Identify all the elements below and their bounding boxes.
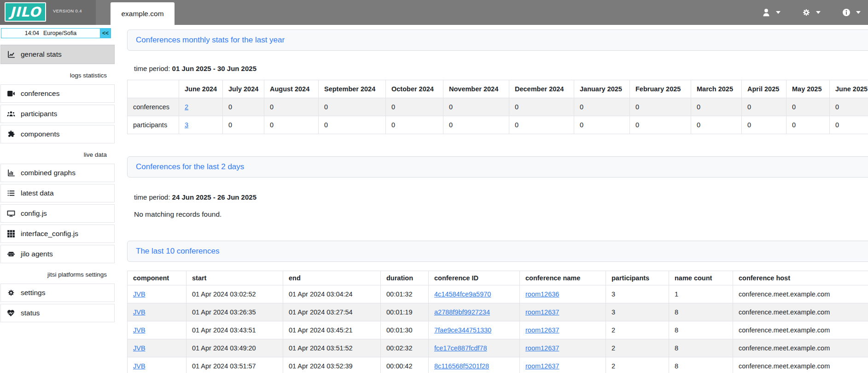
sidebar-item-combined-graphs[interactable]: combined graphs bbox=[0, 164, 115, 182]
month-column-header: June 2025 bbox=[830, 80, 868, 98]
conference-id-link[interactable]: 7fae9ce344751330 bbox=[434, 326, 491, 334]
user-icon bbox=[762, 8, 771, 17]
info-icon bbox=[842, 8, 851, 17]
main-content: Conferences monthly stats for the last y… bbox=[127, 25, 868, 373]
conference-host-cell: conference.meet.example.com bbox=[733, 303, 868, 321]
monthly-value-cell: 0 bbox=[443, 116, 509, 134]
sidebar-menu: general stats logs statistics conference… bbox=[0, 45, 122, 324]
component-link[interactable]: JVB bbox=[133, 290, 146, 298]
participants-count-link[interactable]: 3 bbox=[185, 121, 188, 129]
sidebar-item-label: latest data bbox=[21, 189, 54, 197]
table-row: JVB 01 Apr 2024 03:43:51 01 Apr 2024 03:… bbox=[128, 321, 868, 339]
conference-id-cell: fce17ce887fcdf78 bbox=[429, 339, 520, 357]
month-column-header: March 2025 bbox=[691, 80, 742, 98]
monthly-value-cell: 0 bbox=[386, 98, 443, 116]
clock-timezone: Europe/Sofia bbox=[43, 30, 76, 36]
clock-time: 14:04 bbox=[25, 30, 39, 36]
sidebar-item-components[interactable]: components bbox=[0, 125, 115, 143]
tab-example-com[interactable]: example.com bbox=[111, 2, 175, 25]
monthly-value-cell: 0 bbox=[742, 116, 786, 134]
component-cell: JVB bbox=[128, 339, 186, 357]
conference-id-link[interactable]: 4c14584fce9a5970 bbox=[434, 290, 491, 298]
monthly-value-cell: 0 bbox=[319, 98, 386, 116]
component-cell: JVB bbox=[128, 303, 186, 321]
component-cell: JVB bbox=[128, 321, 186, 339]
card-last-2-days-header: Conferences for the last 2 days bbox=[127, 156, 868, 178]
conference-name-link[interactable]: room12637 bbox=[525, 344, 559, 352]
component-link[interactable]: JVB bbox=[133, 326, 146, 334]
conference-host-cell: conference.meet.example.com bbox=[733, 339, 868, 357]
participants-cell: 2 bbox=[606, 339, 669, 357]
sidebar-item-label: settings bbox=[21, 289, 45, 297]
monthly-stats-title-link[interactable]: Conferences monthly stats for the last y… bbox=[136, 36, 285, 45]
monthly-value-cell: 0 bbox=[830, 116, 868, 134]
component-link[interactable]: JVB bbox=[133, 308, 146, 316]
jilo-logo[interactable]: JILO bbox=[5, 2, 46, 22]
conference-id-link[interactable]: 8c116568f5201f28 bbox=[434, 362, 489, 370]
last-2-days-title-link[interactable]: Conferences for the last 2 days bbox=[136, 162, 244, 172]
sidebar-item-status[interactable]: status bbox=[0, 304, 115, 322]
table-row: JVB 01 Apr 2024 03:49:20 01 Apr 2024 03:… bbox=[128, 339, 868, 357]
monthly-value-cell: 0 bbox=[786, 116, 830, 134]
user-menu[interactable] bbox=[762, 8, 781, 17]
gear-icon bbox=[802, 8, 811, 17]
month-column-header: February 2025 bbox=[630, 80, 691, 98]
sidebar-item-participants[interactable]: participants bbox=[0, 105, 115, 123]
name-count-cell: 1 bbox=[669, 285, 733, 303]
sidebar-item-conferences[interactable]: conferences bbox=[0, 84, 115, 103]
last-10-conferences-title-link[interactable]: The last 10 conferences bbox=[136, 247, 219, 256]
info-menu[interactable] bbox=[842, 8, 861, 17]
conference-name-cell: room12637 bbox=[520, 303, 606, 321]
settings-menu[interactable] bbox=[802, 8, 821, 17]
duration-cell: 00:01:19 bbox=[381, 303, 429, 321]
participants-cell: 3 bbox=[606, 303, 669, 321]
component-link[interactable]: JVB bbox=[133, 344, 146, 352]
monthly-value-cell: 2 bbox=[179, 98, 223, 116]
last10-column-header: duration bbox=[381, 271, 429, 285]
monthly-value-cell: 0 bbox=[443, 98, 509, 116]
conference-name-link[interactable]: room12637 bbox=[525, 326, 559, 334]
section-label-live-data: live data bbox=[0, 145, 114, 164]
end-cell: 01 Apr 2024 03:52:39 bbox=[283, 357, 381, 373]
monthly-value-cell: 0 bbox=[691, 98, 742, 116]
collapse-sidebar-button[interactable]: << bbox=[100, 28, 111, 38]
list-icon bbox=[7, 189, 15, 197]
sidebar-item-label: status bbox=[21, 309, 40, 317]
sidebar-item-label: combined graphs bbox=[21, 169, 76, 177]
conference-name-link[interactable]: room12636 bbox=[525, 290, 559, 298]
card-last-10-conferences-header: The last 10 conferences bbox=[127, 241, 868, 262]
conference-name-link[interactable]: room12637 bbox=[525, 362, 559, 370]
sidebar-item-general-stats[interactable]: general stats bbox=[0, 45, 115, 64]
conference-id-link[interactable]: a2788f9bf9927234 bbox=[434, 308, 490, 316]
monthly-value-cell: 0 bbox=[264, 98, 319, 116]
last10-column-header: conference ID bbox=[429, 271, 520, 285]
sidebar-item-jilo-agents[interactable]: jilo agents bbox=[0, 245, 115, 263]
sidebar-item-label: conferences bbox=[21, 89, 59, 98]
start-cell: 01 Apr 2024 03:51:57 bbox=[186, 357, 283, 373]
monthly-value-cell: 0 bbox=[509, 116, 574, 134]
component-link[interactable]: JVB bbox=[133, 362, 146, 370]
end-cell: 01 Apr 2024 03:27:54 bbox=[283, 303, 381, 321]
conference-id-cell: a2788f9bf9927234 bbox=[429, 303, 520, 321]
monthly-value-cell: 0 bbox=[630, 98, 691, 116]
monthly-value-cell: 0 bbox=[223, 98, 264, 116]
last10-column-header: participants bbox=[606, 271, 669, 285]
name-count-cell: 8 bbox=[669, 339, 733, 357]
conferences-count-link[interactable]: 2 bbox=[185, 103, 188, 111]
monthly-header-row: June 2024July 2024August 2024September 2… bbox=[128, 80, 868, 98]
robot-icon bbox=[7, 250, 15, 258]
conference-name-link[interactable]: room12637 bbox=[525, 308, 559, 316]
sidebar-item-settings[interactable]: settings bbox=[0, 284, 115, 302]
sidebar-item-interface-config-js[interactable]: interface_config.js bbox=[0, 225, 115, 243]
month-column-header: September 2024 bbox=[319, 80, 386, 98]
monthly-value-cell: 0 bbox=[830, 98, 868, 116]
month-column-header: January 2025 bbox=[574, 80, 630, 98]
sidebar-item-latest-data[interactable]: latest data bbox=[0, 184, 115, 202]
conference-id-link[interactable]: fce17ce887fcdf78 bbox=[434, 344, 487, 352]
users-icon bbox=[7, 110, 15, 118]
month-column-header: June 2024 bbox=[179, 80, 223, 98]
conference-name-cell: room12637 bbox=[520, 321, 606, 339]
sidebar-item-config-js[interactable]: config.js bbox=[0, 204, 115, 223]
table-row-participants: participants 3 000000000000 bbox=[128, 116, 868, 134]
heart-pulse-icon bbox=[7, 309, 15, 317]
